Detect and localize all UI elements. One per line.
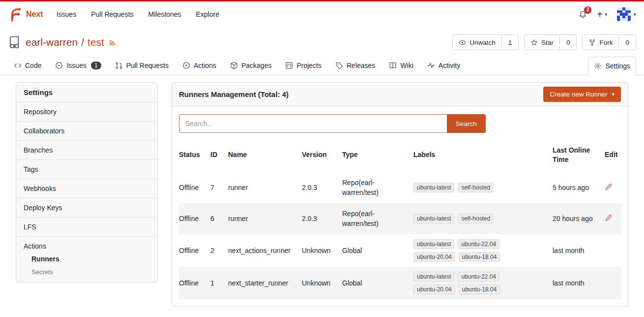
cell-version: 2.0.3 [302, 172, 342, 203]
sidebar-item-deploy-keys[interactable]: Deploy Keys [16, 198, 157, 217]
sidebar-item-label: LFS [24, 223, 36, 231]
sidebar-item-webhooks[interactable]: Webhooks [16, 179, 157, 198]
search-bar: Search [179, 114, 621, 133]
tab-settings[interactable]: Settings [588, 57, 636, 75]
create-new-dropdown[interactable]: + ▾ [597, 9, 607, 20]
nav-item-issues[interactable]: Issues [49, 6, 84, 22]
cell-name: next_starter_runner [228, 267, 302, 299]
sidebar-item-label: Deploy Keys [24, 204, 62, 212]
project-icon [285, 62, 293, 69]
home-link[interactable]: Next [8, 7, 43, 22]
tab-activity[interactable]: Activity [421, 56, 466, 75]
runner-label-chip: ubuntu-latest [413, 214, 454, 223]
repo-name-link[interactable]: test [88, 36, 104, 48]
star-count[interactable]: 0 [559, 35, 577, 50]
column-header-labels: Labels [413, 143, 553, 172]
notifications-button[interactable]: 2 [579, 10, 587, 19]
search-button[interactable]: Search [447, 114, 486, 133]
column-header-status: Status [179, 143, 210, 172]
chevron-down-icon: ▾ [605, 11, 608, 18]
cell-id: 6 [210, 203, 228, 234]
rss-icon [109, 39, 116, 46]
tab-label: Pull Requests [126, 62, 169, 69]
cell-last-online: last month [553, 267, 605, 299]
sidebar-item-lfs[interactable]: LFS [16, 217, 157, 236]
fork-button[interactable]: Fork [583, 35, 618, 50]
star-icon [530, 39, 538, 46]
tab-issues[interactable]: Issues1 [49, 56, 107, 75]
user-menu[interactable]: ▾ [617, 7, 636, 21]
tab-label: Releases [347, 62, 375, 69]
cell-type: Global [342, 234, 413, 267]
tab-projects[interactable]: Projects [279, 56, 327, 75]
column-header-id: ID [210, 143, 228, 172]
runner-label-chip: ubuntu-20.04 [413, 285, 455, 294]
cell-status: Offline [179, 267, 210, 299]
edit-runner-button[interactable] [605, 183, 612, 190]
column-header-name: Name [228, 143, 302, 172]
pencil-icon [605, 183, 612, 190]
sidebar-subitems: RunnersSecrets [24, 250, 150, 277]
tab-pull-requests[interactable]: Pull Requests [109, 56, 175, 75]
sidebar-item-collaborators[interactable]: Collaborators [16, 121, 157, 140]
sidebar-item-label: Actions [24, 242, 46, 250]
search-input[interactable] [179, 114, 447, 133]
star-label: Star [541, 39, 554, 46]
pencil-icon [605, 214, 612, 222]
sidebar-item-tags[interactable]: Tags [16, 159, 157, 179]
tab-count-badge: 1 [91, 62, 101, 69]
fork-icon [588, 39, 596, 46]
fork-label: Fork [599, 39, 613, 46]
sidebar-item-actions[interactable]: ActionsRunnersSecrets [16, 236, 157, 282]
cell-name: next_actions_runner [228, 234, 302, 267]
unwatch-button[interactable]: Unwatch [453, 35, 501, 50]
repo-title: earl-warren / test [26, 36, 116, 48]
runner-label-chip: self-hosted [458, 183, 494, 192]
nav-item-milestones[interactable]: Milestones [141, 6, 189, 22]
cell-version: 2.0.3 [302, 203, 342, 234]
star-button[interactable]: Star [525, 35, 559, 50]
edit-runner-button[interactable] [605, 214, 612, 222]
chevron-down-icon: ▾ [612, 91, 615, 97]
content-area: Settings RepositoryCollaboratorsBranches… [0, 75, 644, 307]
sidebar-subitem-secrets[interactable]: Secrets [31, 268, 150, 276]
runners-table: StatusIDNameVersionTypeLabelsLast Online… [179, 143, 621, 299]
cell-type: Repo(earl-warren/test) [342, 172, 413, 203]
tab-label: Wiki [400, 62, 413, 69]
sidebar-item-label: Repository [24, 108, 57, 116]
runner-label-chip: ubuntu-18.04 [459, 252, 500, 262]
tab-code[interactable]: Code [8, 56, 47, 75]
page: Next IssuesPull RequestsMilestonesExplor… [0, 0, 644, 307]
panel-body: Search StatusIDNameVersionTypeLabelsLast… [172, 106, 628, 306]
runners-panel: Runners Management (Total: 4) Create new… [172, 82, 628, 307]
runner-type: Repo(earl-warren/test) [342, 178, 394, 198]
nav-item-pull-requests[interactable]: Pull Requests [84, 6, 141, 22]
sidebar-header: Settings [16, 83, 157, 102]
fork-count[interactable]: 0 [618, 35, 636, 50]
repo-header: earl-warren / test Unwatch1Star0Fork0 [0, 27, 644, 54]
unwatch-count[interactable]: 1 [501, 35, 519, 50]
cell-name: runner [228, 172, 302, 203]
activity-icon [427, 62, 435, 69]
repo-owner-link[interactable]: earl-warren [26, 36, 78, 48]
sidebar-item-branches[interactable]: Branches [16, 140, 157, 159]
code-icon [14, 62, 22, 69]
create-runner-button[interactable]: Create new Runner ▾ [543, 87, 621, 102]
rss-feed-button[interactable] [109, 39, 116, 46]
labels-list: ubuntu-latestubuntu-22.04ubuntu-20.04ubu… [413, 239, 512, 262]
runner-type: Global [342, 278, 394, 288]
forgejo-logo-icon [8, 7, 23, 22]
tab-label: Projects [296, 62, 322, 69]
sidebar-item-repository[interactable]: Repository [16, 102, 157, 121]
table-row: Offline1next_starter_runnerUnknownGlobal… [179, 267, 621, 299]
nav-item-explore[interactable]: Explore [188, 6, 226, 22]
cell-labels: ubuntu-latestubuntu-22.04ubuntu-20.04ubu… [413, 234, 553, 267]
column-header-last-online-time: Last Online Time [553, 143, 605, 172]
tab-wiki[interactable]: Wiki [383, 56, 419, 75]
tab-releases[interactable]: Releases [329, 56, 381, 75]
tab-packages[interactable]: Packages [224, 56, 277, 75]
sidebar-subitem-runners[interactable]: Runners [31, 255, 150, 263]
tab-actions[interactable]: Actions [176, 56, 222, 75]
runner-label-chip: ubuntu-22.04 [458, 239, 499, 249]
table-row: Offline6runner2.0.3Repo(earl-warren/test… [179, 203, 621, 234]
